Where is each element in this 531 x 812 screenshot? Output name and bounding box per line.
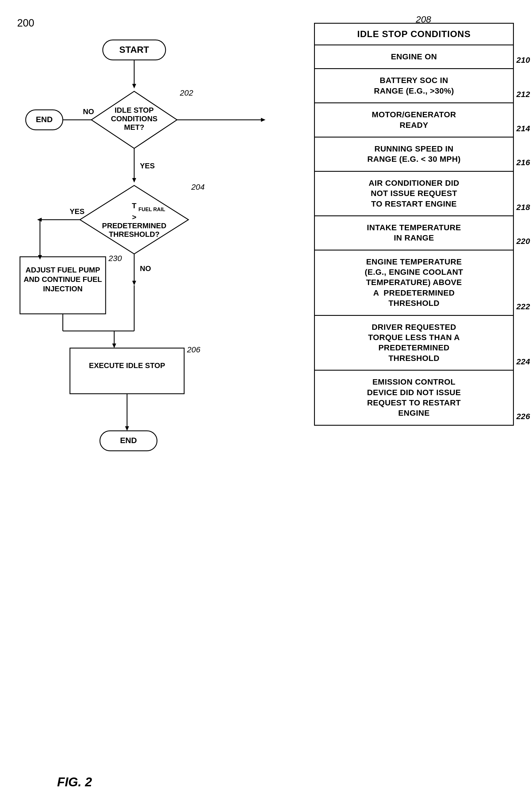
svg-text:CONDITIONS: CONDITIONS <box>111 114 157 123</box>
ref-222: 222 <box>516 302 530 312</box>
svg-text:ADJUST FUEL PUMP: ADJUST FUEL PUMP <box>26 266 100 274</box>
svg-marker-48 <box>125 426 129 431</box>
svg-text:AND CONTINUE FUEL: AND CONTINUE FUEL <box>24 275 102 284</box>
condition-emission-control: EMISSION CONTROLDEVICE DID NOT ISSUEREQU… <box>315 371 513 425</box>
panel-title: IDLE STOP CONDITIONS <box>315 24 513 45</box>
condition-engine-temperature: ENGINE TEMPERATURE(E.G., ENGINE COOLANTT… <box>315 250 513 316</box>
svg-text:206: 206 <box>187 345 200 354</box>
svg-text:YES: YES <box>140 161 155 170</box>
svg-text:IDLE STOP: IDLE STOP <box>115 106 154 114</box>
idle-stop-conditions-panel: IDLE STOP CONDITIONS ENGINE ON 210 BATTE… <box>314 23 514 426</box>
ref-224: 224 <box>516 357 530 367</box>
condition-battery-soc: BATTERY SOC INRANGE (E.G., >30%) 212 <box>315 69 513 103</box>
svg-text:YES: YES <box>70 207 84 216</box>
svg-text:EXECUTE IDLE STOP: EXECUTE IDLE STOP <box>89 361 165 370</box>
svg-text:NO: NO <box>83 107 94 116</box>
condition-engine-on: ENGINE ON 210 <box>315 45 513 69</box>
svg-text:INJECTION: INJECTION <box>43 285 83 293</box>
svg-text:T: T <box>132 201 137 210</box>
condition-motor-generator: MOTOR/GENERATORREADY 214 <box>315 103 513 137</box>
ref-214: 214 <box>516 124 530 134</box>
page: 200 208 IDLE STOP CONDITIONS ENGINE ON 2… <box>0 0 531 812</box>
svg-text:230: 230 <box>108 254 122 263</box>
ref-226: 226 <box>516 411 530 422</box>
svg-text:MET?: MET? <box>124 123 144 132</box>
condition-air-conditioner: AIR CONDITIONER DIDNOT ISSUE REQUESTTO R… <box>315 172 513 216</box>
ref-210: 210 <box>516 55 530 66</box>
svg-text:NO: NO <box>140 264 151 273</box>
svg-text:FUEL RAIL: FUEL RAIL <box>138 206 165 212</box>
condition-running-speed: RUNNING SPEED INRANGE (E.G. < 30 MPH) 21… <box>315 137 513 172</box>
svg-text:202: 202 <box>180 88 193 97</box>
svg-text:204: 204 <box>191 183 205 191</box>
svg-text:END: END <box>120 436 137 445</box>
svg-text:PREDETERMINED: PREDETERMINED <box>102 221 166 230</box>
ref-218: 218 <box>516 202 530 213</box>
ref-212: 212 <box>516 89 530 100</box>
flowchart: START IDLE STOP CONDITIONS MET? 202 NO E… <box>17 23 280 779</box>
svg-marker-14 <box>261 118 266 122</box>
ref-220: 220 <box>516 236 530 247</box>
condition-driver-torque: DRIVER REQUESTEDTORQUE LESS THAN APREDET… <box>315 316 513 371</box>
ref-216: 216 <box>516 158 530 168</box>
svg-marker-43 <box>112 344 116 348</box>
svg-marker-26 <box>37 218 42 222</box>
svg-rect-44 <box>70 348 184 394</box>
figure-caption: FIG. 2 <box>57 775 92 789</box>
condition-intake-temperature: INTAKE TEMPERATUREIN RANGE 220 <box>315 216 513 250</box>
svg-marker-36 <box>132 281 136 285</box>
svg-text:THRESHOLD?: THRESHOLD? <box>109 230 159 238</box>
svg-marker-16 <box>132 178 136 183</box>
svg-text:>: > <box>132 213 136 221</box>
svg-text:END: END <box>36 115 53 124</box>
svg-marker-2 <box>132 84 136 88</box>
start-label: START <box>119 44 149 55</box>
